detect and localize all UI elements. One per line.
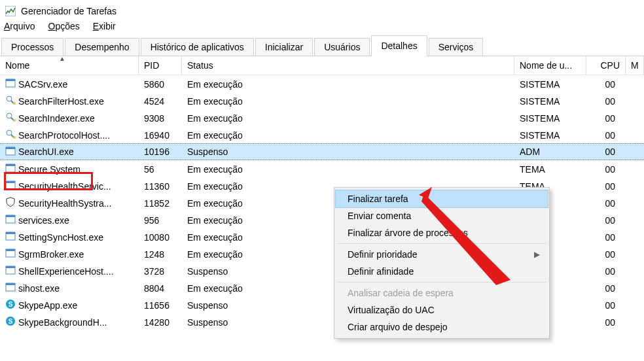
tab-startup[interactable]: Inicializar	[255, 38, 313, 56]
cell-user: SISTEMA	[514, 112, 586, 125]
process-icon	[5, 248, 16, 260]
cell-cpu: 00	[586, 231, 626, 244]
table-row[interactable]: SearchUI.exe10196SuspensoADM00	[0, 143, 644, 160]
col-cpu[interactable]: CPU	[586, 56, 626, 75]
cell-pid: 10080	[139, 231, 182, 244]
cell-name: Secure System	[0, 162, 139, 177]
cell-cpu: 00	[586, 78, 626, 91]
process-name: SearchIndexer.exe	[18, 113, 95, 124]
context-menu: Finalizar tarefa Enviar comenta Finaliza…	[334, 187, 550, 339]
cell-name: SecurityHealthSystra...	[0, 196, 139, 211]
menu-view[interactable]: Exibir	[93, 21, 116, 31]
cell-cpu: 00	[586, 248, 626, 261]
menu-options[interactable]: Opções	[48, 21, 79, 31]
process-icon	[5, 180, 16, 192]
tab-services[interactable]: Serviços	[429, 38, 484, 56]
task-manager-icon	[5, 6, 16, 16]
cm-end-tree[interactable]: Finalizar árvore de processos	[336, 224, 548, 241]
cell-status: Suspenso	[182, 145, 514, 158]
process-name: SearchProtocolHost....	[18, 130, 110, 141]
tab-performance[interactable]: Desempenho	[65, 38, 139, 56]
cm-analyze-wait: Analisar cadeia de espera	[336, 284, 548, 301]
cell-name: SearchUI.exe	[0, 145, 139, 160]
svg-text:S: S	[9, 318, 13, 325]
window-title: Gerenciador de Tarefas	[21, 6, 116, 16]
tab-app-history[interactable]: Histórico de aplicativos	[141, 38, 254, 56]
svg-rect-25	[6, 266, 15, 268]
cell-cpu: 00	[586, 112, 626, 125]
svg-point-5	[13, 102, 16, 105]
cell-status: Em execução	[182, 78, 514, 91]
cell-pid: 956	[139, 214, 182, 227]
cell-name: ShellExperienceHost....	[0, 264, 139, 279]
col-pid[interactable]: PID	[139, 56, 182, 75]
cell-cpu: 00	[586, 163, 626, 176]
cell-cpu: 00	[586, 299, 626, 312]
tabs: Processos Desempenho Histórico de aplica…	[0, 35, 644, 56]
cell-cpu: 00	[586, 265, 626, 278]
table-row[interactable]: SearchFilterHost.exe4524Em execuçãoSISTE…	[0, 92, 644, 109]
svg-point-6	[7, 113, 12, 118]
col-status[interactable]: Status	[182, 56, 514, 75]
cell-name: SgrmBroker.exe	[0, 247, 139, 262]
tab-details[interactable]: Detalhes	[371, 35, 427, 56]
menu-file[interactable]: Arquivo	[4, 21, 35, 31]
process-icon	[5, 129, 16, 141]
cell-name: SSkypeBackgroundH...	[0, 315, 139, 330]
process-name: sihost.exe	[18, 283, 60, 294]
cell-pid: 56	[139, 163, 182, 176]
tab-processes[interactable]: Processos	[1, 38, 63, 56]
table-row[interactable]: SearchProtocolHost....16940Em execuçãoSI…	[0, 126, 644, 143]
col-memory[interactable]: M	[626, 56, 644, 75]
cell-pid: 11852	[139, 197, 182, 210]
cell-user: SISTEMA	[514, 78, 586, 91]
process-name: SecurityHealthServic...	[18, 181, 111, 192]
table-row[interactable]: SearchIndexer.exe9308Em execuçãoSISTEMA0…	[0, 109, 644, 126]
svg-rect-2	[6, 79, 15, 81]
column-headers: Nome ▲ PID Status Nome de u... CPU M	[0, 56, 644, 75]
cell-status: Em execução	[182, 163, 514, 176]
cell-name: SACSrv.exe	[0, 77, 139, 92]
cell-name: services.exe	[0, 213, 139, 228]
cell-pid: 8804	[139, 282, 182, 295]
svg-point-9	[7, 130, 12, 135]
cm-end-task[interactable]: Finalizar tarefa	[336, 190, 548, 207]
process-icon	[5, 214, 16, 226]
cell-name: SearchProtocolHost....	[0, 128, 139, 143]
svg-rect-13	[6, 147, 15, 149]
process-icon	[5, 197, 16, 209]
svg-rect-17	[6, 181, 15, 183]
cell-pid: 3728	[139, 265, 182, 278]
cm-dump[interactable]: Criar arquivo de despejo	[336, 318, 548, 335]
svg-rect-15	[6, 164, 15, 166]
cell-pid: 4524	[139, 95, 182, 108]
cell-cpu: 00	[586, 214, 626, 227]
table-row[interactable]: Secure System56Em execuçãoTEMA00	[0, 160, 644, 177]
cell-pid: 11656	[139, 299, 182, 312]
process-name: ShellExperienceHost....	[18, 266, 114, 277]
cm-uac-virt[interactable]: Virtualização do UAC	[336, 301, 548, 318]
cm-set-affinity[interactable]: Definir afinidade	[336, 263, 548, 280]
svg-point-3	[7, 96, 12, 101]
cell-cpu: 00	[586, 316, 626, 329]
cm-set-priority[interactable]: Definir prioridade ▶	[336, 246, 548, 263]
tab-users[interactable]: Usuários	[314, 38, 370, 56]
cell-cpu: 00	[586, 145, 626, 158]
process-icon	[5, 95, 16, 107]
cm-send-feedback[interactable]: Enviar comenta	[336, 207, 548, 224]
cell-name: SearchFilterHost.exe	[0, 94, 139, 109]
sort-indicator-icon: ▲	[59, 56, 65, 62]
table-row[interactable]: SACSrv.exe5860Em execuçãoSISTEMA00	[0, 75, 644, 92]
cell-user: TEMA	[514, 163, 586, 176]
col-name[interactable]: Nome ▲	[0, 56, 139, 75]
cell-cpu: 00	[586, 180, 626, 193]
menubar: Arquivo Opções Exibir	[0, 21, 644, 35]
col-user[interactable]: Nome de u...	[514, 56, 586, 75]
process-name: services.exe	[18, 215, 69, 226]
process-icon	[5, 265, 16, 277]
col-name-label: Nome	[5, 60, 29, 71]
cell-user: ADM	[514, 145, 586, 158]
cell-pid: 16940	[139, 129, 182, 142]
titlebar: Gerenciador de Tarefas	[0, 0, 644, 21]
process-icon	[5, 163, 16, 175]
